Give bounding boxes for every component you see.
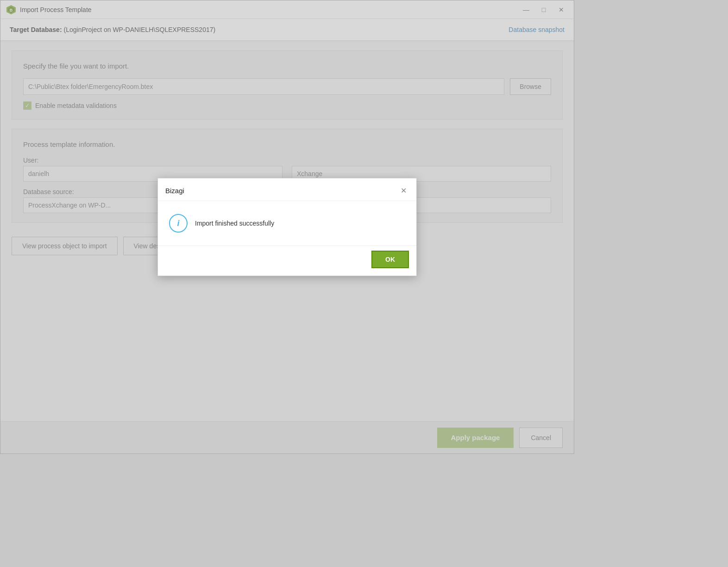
dialog-title: Bizagi bbox=[165, 187, 398, 195]
modal-overlay: Bizagi ✕ i Import finished successfully … bbox=[0, 0, 574, 454]
info-icon-circle: i bbox=[169, 214, 188, 233]
dialog-header: Bizagi ✕ bbox=[158, 178, 416, 201]
main-window: B Import Process Template — □ ✕ Target D… bbox=[0, 0, 574, 454]
dialog-close-button[interactable]: ✕ bbox=[398, 185, 409, 196]
dialog: Bizagi ✕ i Import finished successfully … bbox=[157, 178, 417, 276]
dialog-message: Import finished successfully bbox=[195, 220, 274, 227]
dialog-body: i Import finished successfully bbox=[158, 201, 416, 246]
ok-button[interactable]: OK bbox=[371, 251, 409, 268]
dialog-footer: OK bbox=[158, 246, 416, 276]
info-icon: i bbox=[177, 219, 179, 228]
